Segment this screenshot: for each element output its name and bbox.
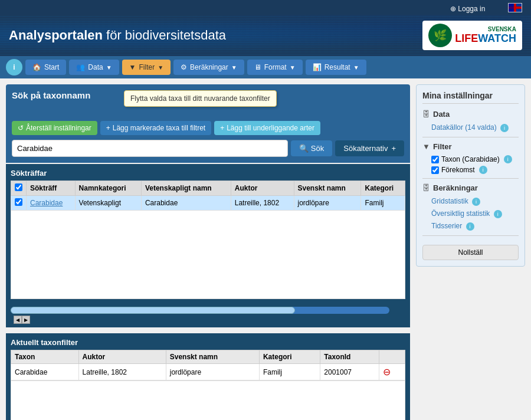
taxon-info-icon[interactable]: i xyxy=(504,155,512,163)
filter-section-label: Filter xyxy=(433,142,452,151)
cell-namnkategori: Vetenskapligt xyxy=(75,196,141,211)
tf-cell-auktor: Latreille, 1802 xyxy=(78,364,166,380)
oversiktlig-info-icon[interactable]: i xyxy=(494,210,502,218)
data-section-label: Data xyxy=(433,110,450,119)
filter-icon: ▼ xyxy=(129,63,136,71)
remove-taxon-button[interactable]: ⊖ xyxy=(383,366,391,378)
forekomst-label: Förekomst xyxy=(441,166,475,174)
tf-col-auktor: Auktor xyxy=(78,350,166,364)
forekomst-info-icon[interactable]: i xyxy=(479,166,487,174)
data-button[interactable]: 👥 Data ▼ xyxy=(69,60,119,75)
col-auktor: Auktor xyxy=(231,181,294,196)
tf-cell-taxon: Carabidae xyxy=(11,364,79,380)
horizontal-scrollbar[interactable] xyxy=(11,307,389,314)
cell-kategori: Familj xyxy=(361,196,405,211)
aterstall-button[interactable]: ↺ Återställ inställningar xyxy=(12,121,97,135)
col-vetenskapligt: Vetenskapligt namn xyxy=(141,181,231,196)
tf-cell-taxonid: 2001007 xyxy=(320,364,379,380)
magnifier-icon: 🔍 xyxy=(299,144,309,153)
info-button[interactable]: i xyxy=(6,59,22,76)
format-caret-icon: ▼ xyxy=(290,64,296,71)
nollstall-button[interactable]: Nollställ xyxy=(422,245,519,260)
format-icon: 🖥 xyxy=(254,63,261,71)
taxon-checkbox[interactable] xyxy=(431,156,439,163)
select-all-checkbox[interactable] xyxy=(15,183,22,191)
resultat-caret-icon: ▼ xyxy=(353,64,359,71)
col-kategori: Kategori xyxy=(361,181,405,196)
tf-col-taxon: Taxon xyxy=(11,350,79,364)
lagg-till-filtret-button[interactable]: + Lägg markerade taxa till filtret xyxy=(100,121,211,135)
tf-col-svenskt: Svenskt namn xyxy=(166,350,259,364)
scroll-arrows[interactable]: ◀ ▶ xyxy=(14,316,30,324)
underliggande-button[interactable]: + Lägg till underliggande arter xyxy=(214,121,320,135)
cell-soktraff: Carabidae xyxy=(27,196,76,211)
berakningar-icon: ⚙ xyxy=(181,63,187,71)
sokalternativ-plus-icon: + xyxy=(391,144,396,153)
cell-svenskt: jordlöpare xyxy=(294,196,361,211)
tf-col-kategori: Kategori xyxy=(259,350,320,364)
filter-caret-icon: ▼ xyxy=(158,64,163,71)
app-title: Analysportalen för biodiversitetsdata xyxy=(9,28,226,43)
cell-auktor: Latreille, 1802 xyxy=(231,196,294,211)
gridstatistik-link[interactable]: Gridstatistik xyxy=(431,197,468,205)
caret-down-icon: ▼ xyxy=(106,64,112,71)
search-input[interactable] xyxy=(12,140,288,157)
resultat-button[interactable]: 📊 Resultat ▼ xyxy=(306,60,366,75)
data-icon: 👥 xyxy=(76,63,85,71)
sokalternativ-button[interactable]: Sökalternativ + xyxy=(335,140,404,156)
flag-icon xyxy=(508,3,522,12)
oversiktlig-link[interactable]: Översiktlig statistik xyxy=(431,209,490,218)
tf-cell-kategori: Familj xyxy=(259,364,320,380)
tidsserier-info-icon[interactable]: i xyxy=(466,222,474,231)
scroll-left-arrow[interactable]: ◀ xyxy=(14,316,22,324)
taxon-link[interactable]: Taxon (Carabidae) xyxy=(441,155,500,163)
data-sources-info-icon[interactable]: i xyxy=(500,124,509,132)
forekomst-checkbox[interactable] xyxy=(431,166,439,174)
add-species-icon: + xyxy=(220,124,224,132)
login-link[interactable]: ⊕ Logga in xyxy=(450,5,485,13)
data-section-icon: 🗄 xyxy=(422,110,430,119)
taxon-filter-row: Carabidae Latreille, 1802 jordlöpare Fam… xyxy=(11,364,405,380)
table-row: Carabidae Vetenskapligt Carabidae Latrei… xyxy=(11,196,405,211)
results-title: Sökträffar xyxy=(11,169,405,178)
tf-cell-svenskt: jordlöpare xyxy=(166,364,259,380)
filter-button[interactable]: ▼ Filter ▼ xyxy=(122,60,171,75)
results-table: Sökträff Namnkategori Vetenskapligt namn… xyxy=(11,181,405,299)
home-icon: 🏠 xyxy=(32,63,41,71)
filter-section-icon: ▼ xyxy=(422,142,430,151)
data-sources-link[interactable]: Datakällor (14 valda) xyxy=(431,123,497,132)
scroll-right-arrow[interactable]: ▶ xyxy=(22,316,30,324)
tooltip-box: Flytta valda taxa till ditt nuvarande ta… xyxy=(124,90,277,107)
cell-vetenskapligt: Carabidae xyxy=(141,196,231,211)
tidsserier-link[interactable]: Tidsserier xyxy=(431,222,462,230)
taxon-filter-title: Aktuellt taxonfilter xyxy=(11,338,405,347)
search-button[interactable]: 🔍 Sök xyxy=(291,140,332,156)
logo-svenska: SVENSKA xyxy=(488,26,516,32)
format-button[interactable]: 🖥 Format ▼ xyxy=(247,60,303,75)
settings-title: Mina inställningar xyxy=(422,91,519,104)
col-namnkategori: Namnkategori xyxy=(75,181,141,196)
row-checkbox[interactable] xyxy=(15,198,22,206)
berakningar-button[interactable]: ⚙ Beräkningar ▼ xyxy=(173,60,244,75)
col-soktraff: Sökträff xyxy=(27,181,76,196)
reset-icon: ↺ xyxy=(18,124,24,132)
gridstatistik-info-icon[interactable]: i xyxy=(472,198,480,206)
start-button[interactable]: 🏠 Start xyxy=(25,60,66,75)
tf-col-taxonid: TaxonId xyxy=(320,350,379,364)
add-filter-icon: + xyxy=(106,124,110,132)
col-svenskt: Svenskt namn xyxy=(294,181,361,196)
berakningar-section-icon: 🗄 xyxy=(422,183,430,192)
tf-col-action xyxy=(379,350,405,364)
taxon-filter-table: Taxon Auktor Svenskt namn Kategori Taxon… xyxy=(11,350,405,380)
logo-lifewatch: LIFEWATCH xyxy=(455,32,516,45)
logo-area: 🌿 SVENSKA LIFEWATCH xyxy=(422,21,522,50)
resultat-icon: 📊 xyxy=(313,63,322,71)
berakningar-caret-icon: ▼ xyxy=(231,64,237,71)
berakningar-section-label: Beräkningar xyxy=(433,183,478,192)
